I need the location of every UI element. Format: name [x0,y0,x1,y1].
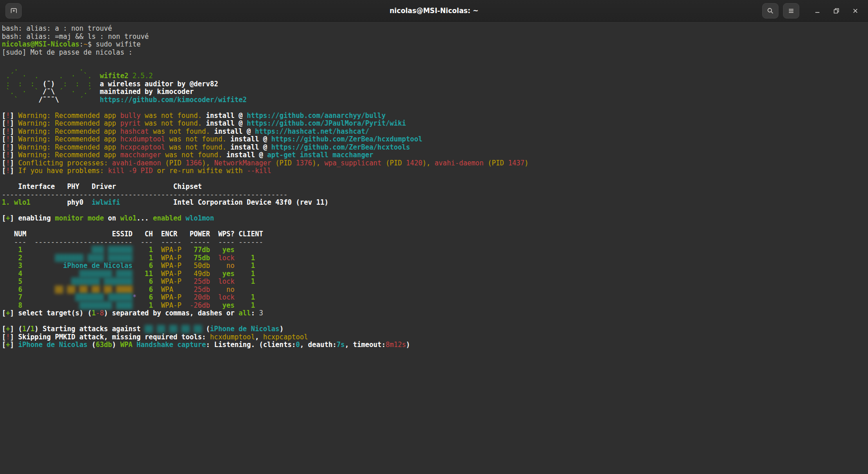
terminal-line: ----------------------------------------… [2,191,868,199]
restore-button[interactable] [829,4,844,18]
terminal-line [2,318,868,326]
terminal-line: [!] Warning: Recommended app hcxdumptool… [2,136,868,144]
terminal-line [2,175,868,183]
new-tab-button[interactable] [5,3,22,19]
terminal-line: [!] If you have problems: kill -9 PID or… [2,167,868,175]
terminal-line: 6 ██ ██ ██ ██ ██ ████ 6 WPA 25db no [2,286,868,294]
terminal-line: nicolas@MSI-Nicolas:~$ sudo wifite [2,41,868,49]
terminal-line: [+] (1/1) Starting attacks against ██ ██… [2,325,868,333]
terminal-line: [!] Skipping PMKID attack, missing requi… [2,333,868,342]
terminal-output[interactable]: bash: alias: a : non trouvébash: alias: … [0,22,868,474]
redacted-text: ██ ██ ██ ██ ██ ████ [55,286,132,294]
new-tab-icon [10,7,18,14]
close-icon [852,7,859,14]
terminal-line: 3 iPhone de Nicolas 6 WPA-P 50db no 1 [2,262,868,270]
redacted-text: ███ ██████ [92,246,132,254]
titlebar-controls [762,3,863,19]
terminal-line: NUM ESSID CH ENCR POWER WPS? CLIENT [2,230,868,239]
terminal-line: 5 ███████ ███████ 6 WPA-P 25db lock 1 [2,278,868,286]
terminal-line: . . [2,65,868,73]
terminal-line: .´ · . . · `. wifite2 2.5.2 [2,72,868,80]
terminal-line [2,56,868,65]
hamburger-menu-icon [788,7,795,14]
terminal-line: [!] Warning: Recommended app bully was n… [2,112,868,120]
terminal-line: [sudo] Mot de passe de nicolas : [2,49,868,57]
terminal-line [2,207,868,215]
terminal-line: [!] Warning: Recommended app hcxpcaptool… [2,144,868,152]
titlebar: nicolas@MSI-Nicolas: ~ [0,0,868,22]
terminal-line: [+] iPhone de Nicolas (63db) WPA Handsha… [2,341,868,349]
terminal-line: : : : (¯) : : : a wireless auditor by @d… [2,80,868,89]
terminal-line: --- ------------------------ --- ----- -… [2,239,868,247]
terminal-line: 1 ███ ██████ 1 WPA-P 77db yes [2,246,868,254]
restore-icon [833,7,840,14]
terminal-line: 2 ███████ ████ ██████ 1 WPA-P 75db lock … [2,254,868,263]
search-button[interactable] [762,3,778,19]
redacted-text: ██ ██ ██ ██ ██ [145,325,202,333]
redacted-text: ████████ ████ [80,270,132,278]
terminal-line: [!] Warning: Recommended app hashcat was… [2,128,868,136]
menu-button[interactable] [783,3,799,19]
redacted-text: ███████ ██████ [75,293,132,301]
terminal-window: nicolas@MSI-Nicolas: ~ [0,0,868,474]
search-icon [767,7,774,14]
terminal-line: bash: alias: =maj && ls : non trouvé [2,33,868,41]
minimize-icon [814,7,821,14]
redacted-text: ████████ ████ [80,301,132,310]
terminal-line: [!] Conflicting processes: avahi-daemon … [2,160,868,168]
redacted-text: ███████ ████ ██████ [55,254,132,262]
terminal-line: [!] Warning: Recommended app pyrit was n… [2,120,868,128]
terminal-line: 7 ███████ ██████* 6 WPA-P 20db lock 1 [2,294,868,302]
terminal-line [2,104,868,112]
minimize-button[interactable] [810,4,825,18]
window-title: nicolas@MSI-Nicolas: ~ [0,7,868,15]
terminal-line: [!] Warning: Recommended app macchanger … [2,151,868,160]
close-button[interactable] [848,4,863,18]
terminal-line: ` /¯¯¯\ ´ https://github.com/kimocoder/w… [2,96,868,104]
terminal-line [2,223,868,231]
terminal-line: `. · ` /¯\ ´ · .´ maintained by kimocode… [2,88,868,96]
terminal-line: 1. wlo1 phy0 iwlwifi Intel Corporation D… [2,199,868,207]
terminal-line: [+] enabling monitor mode on wlo1... ena… [2,215,868,223]
terminal-line: Interface PHY Driver Chipset [2,183,868,191]
terminal-line: bash: alias: a : non trouvé [2,25,868,33]
terminal-line: [+] select target(s) (1-8) separated by … [2,310,868,318]
terminal-line: 8 ████████ ████ 1 WPA-P -26db yes 1 [2,302,868,310]
terminal-line: 4 ████████ ████ 11 WPA-P 49db yes 1 [2,270,868,278]
redacted-text: ███████ ███████ [71,277,132,286]
